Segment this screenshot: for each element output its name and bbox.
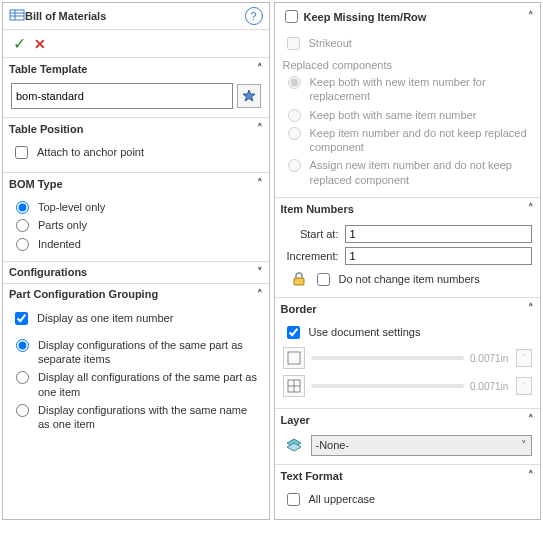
border-outer-drop: ˅	[516, 349, 532, 367]
left-panel: Bill of Materials ? ✓ ✕ Table Template˄ …	[2, 2, 270, 520]
section-missing: Keep Missing Item/Row˄ Strikeout Replace…	[275, 3, 541, 198]
border-outer-row: 0.0071in ˅	[283, 344, 533, 372]
section-bom-type: BOM Type˄ Top-level only Parts only Inde…	[3, 173, 269, 262]
replaced-header: Replaced components	[283, 55, 533, 73]
start-input[interactable]	[345, 225, 533, 243]
template-input[interactable]	[11, 83, 233, 109]
chevron-up-icon: ˄	[528, 302, 534, 315]
increment-label: Increment:	[283, 250, 339, 262]
section-header-item-numbers[interactable]: Item Numbers˄	[275, 198, 541, 219]
cancel-icon[interactable]: ✕	[34, 36, 46, 52]
layer-icon	[283, 434, 305, 456]
border-inner-value: 0.0071in	[470, 381, 510, 392]
right-panel: Keep Missing Item/Row˄ Strikeout Replace…	[274, 2, 542, 520]
border-outer-value: 0.0071in	[470, 353, 510, 364]
border-inner-slider	[311, 384, 465, 388]
chevron-down-icon: ˅	[257, 266, 263, 279]
chevron-up-icon: ˄	[528, 202, 534, 215]
border-outer-icon[interactable]	[283, 347, 305, 369]
chevron-up-icon: ˄	[528, 10, 534, 23]
border-inner-icon[interactable]	[283, 375, 305, 397]
anchor-checkbox[interactable]: Attach to anchor point	[11, 143, 261, 164]
section-header-text[interactable]: Text Format˄	[275, 465, 541, 486]
increment-input[interactable]	[345, 247, 533, 265]
missing-o4: Assign new item number and do not keep r…	[283, 156, 533, 189]
section-configurations: Configurations˅	[3, 262, 269, 284]
keep-missing-checkbox[interactable]	[285, 10, 298, 23]
grouping-opt2[interactable]: Display all configurations of the same p…	[11, 368, 261, 401]
help-icon[interactable]: ?	[245, 7, 263, 25]
layer-select[interactable]: -None-˅	[311, 435, 533, 456]
grouping-opt3[interactable]: Display configurations with the same nam…	[11, 401, 261, 434]
start-label: Start at:	[283, 228, 339, 240]
ok-icon[interactable]: ✓	[13, 34, 26, 53]
section-header-configurations[interactable]: Configurations˅	[3, 262, 269, 283]
section-header-missing[interactable]: Keep Missing Item/Row˄	[275, 3, 541, 30]
lock-icon	[291, 271, 307, 289]
favorite-button[interactable]	[237, 84, 261, 108]
section-position: Table Position˄ Attach to anchor point	[3, 118, 269, 173]
missing-o3: Keep item number and do not keep replace…	[283, 124, 533, 157]
chevron-up-icon: ˄	[257, 177, 263, 190]
section-header-template[interactable]: Table Template˄	[3, 58, 269, 79]
border-inner-drop: ˅	[516, 377, 532, 395]
chevron-up-icon: ˄	[528, 469, 534, 482]
section-border: Border˄ Use document settings 0.0071in ˅…	[275, 298, 541, 409]
chevron-up-icon: ˄	[528, 413, 534, 426]
svg-rect-5	[294, 278, 304, 285]
section-header-position[interactable]: Table Position˄	[3, 118, 269, 139]
svg-rect-6	[288, 352, 300, 364]
section-layer: Layer˄ -None-˅	[275, 409, 541, 465]
section-header-grouping[interactable]: Part Configuration Grouping˄	[3, 284, 269, 305]
uppercase-checkbox[interactable]: All uppercase	[283, 490, 533, 511]
table-icon	[9, 7, 25, 25]
strikeout-checkbox: Strikeout	[283, 34, 533, 55]
border-inner-row: 0.0071in ˅	[283, 372, 533, 400]
svg-rect-0	[10, 10, 24, 20]
missing-o2: Keep both with same item number	[283, 106, 533, 124]
lock-checkbox[interactable]: Do not change item numbers	[313, 272, 480, 289]
confirm-bar: ✓ ✕	[3, 30, 269, 58]
bom-top-level[interactable]: Top-level only	[11, 198, 261, 216]
bom-indented[interactable]: Indented	[11, 235, 261, 253]
section-text-format: Text Format˄ All uppercase	[275, 465, 541, 519]
missing-o1: Keep both with new item number for repla…	[283, 73, 533, 106]
grouping-opt1[interactable]: Display configurations of the same part …	[11, 336, 261, 369]
chevron-down-icon: ˅	[521, 439, 527, 452]
use-doc-checkbox[interactable]: Use document settings	[283, 323, 533, 344]
section-template: Table Template˄	[3, 58, 269, 118]
border-outer-slider	[311, 356, 465, 360]
section-grouping: Part Configuration Grouping˄ Display as …	[3, 284, 269, 442]
display-one-checkbox[interactable]: Display as one item number	[11, 309, 261, 330]
chevron-up-icon: ˄	[257, 122, 263, 135]
svg-marker-4	[243, 90, 255, 101]
section-item-numbers: Item Numbers˄ Start at: Increment: Do no…	[275, 198, 541, 298]
bom-parts-only[interactable]: Parts only	[11, 216, 261, 234]
section-header-border[interactable]: Border˄	[275, 298, 541, 319]
panel-title: Bill of Materials	[25, 10, 245, 22]
chevron-up-icon: ˄	[257, 288, 263, 301]
chevron-up-icon: ˄	[257, 62, 263, 75]
panel-header: Bill of Materials ?	[3, 3, 269, 30]
section-header-bom-type[interactable]: BOM Type˄	[3, 173, 269, 194]
section-header-layer[interactable]: Layer˄	[275, 409, 541, 430]
